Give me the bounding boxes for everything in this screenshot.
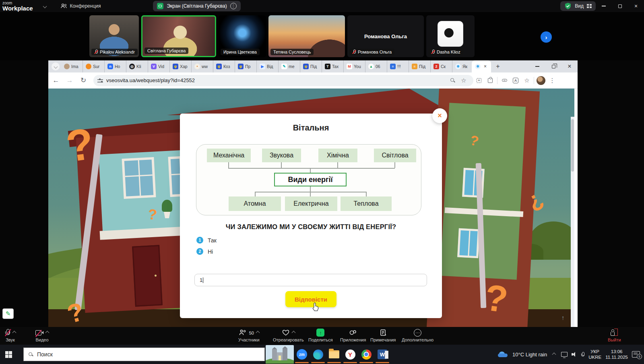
taskbar-app-yandex[interactable]: Y [342,345,358,364]
quiz-option[interactable]: 2 Ні [196,248,213,255]
browser-menu-icon[interactable]: ⋮ [547,75,558,86]
browser-close-button[interactable]: × [561,60,578,72]
language-indicator[interactable]: УКР UKRE [588,349,601,360]
modal-close-button[interactable]: × [432,108,447,123]
weather-text[interactable]: 10°C Light rain [512,352,547,358]
question-modal: × Вітальня МеханічнаЗвуковаХімічнаСвітло… [180,114,442,318]
answer-input[interactable]: 1 [194,274,427,286]
react-button[interactable]: Отреагировать [273,329,304,342]
participant-tile[interactable]: Ирина Цветкова [219,15,266,57]
audio-button[interactable]: Звук [5,329,16,342]
browser-tab[interactable]: ▶ Від [257,60,279,72]
tray-expand-icon[interactable] [552,352,556,356]
extensions-icon[interactable] [485,75,496,86]
next-participants-button[interactable]: › [541,31,552,43]
apps-button[interactable]: Приложения [340,329,366,342]
taskbar-app-file-explorer[interactable] [326,345,342,364]
audio-chevron-icon[interactable] [12,331,17,335]
view-button[interactable]: Вид [560,1,596,11]
notes-button[interactable]: Примечания [370,329,396,342]
browser-tab-active[interactable]: ❄ × [472,60,491,72]
browser-tab[interactable]: ▲ 06 [365,60,387,72]
apps-icon [349,329,357,336]
browser-tab[interactable]: Ima [61,60,83,72]
diagram-center-box: Види енергії [274,173,347,186]
participant-tile[interactable]: Dasha Klioz [426,15,475,57]
share-button[interactable]: ↑ Поделиться [308,329,333,342]
video-chevron-icon[interactable] [45,331,50,335]
participants-button[interactable]: 50 Участники [238,329,260,342]
zoom-close-button[interactable]: × [628,0,644,12]
volume-icon[interactable] [572,352,577,357]
forward-button[interactable]: → [64,74,76,87]
profile-avatar[interactable] [535,75,547,86]
more-button[interactable]: ··· Дополнительно [402,329,433,342]
weather-icon[interactable] [498,351,508,358]
browser-tab[interactable]: ψ Хар [170,60,192,72]
page-scrollbar[interactable] [571,117,574,346]
browser-tab[interactable]: • ww [192,60,213,72]
screenshot-capture-icon[interactable]: + [473,75,485,86]
new-tab-button[interactable]: + [493,61,503,72]
participant-tile[interactable]: Світлана Губарєва [141,15,216,57]
browser-tab[interactable]: ❄ Як [452,60,472,72]
browser-restore-button[interactable] [545,60,561,72]
browser-tab[interactable]: ψ Коз [213,60,235,72]
browser-tab[interactable]: Sur [83,60,105,72]
participants-chevron-icon[interactable] [256,331,260,335]
leave-button[interactable]: Выйти [608,329,621,342]
network-icon[interactable] [561,352,568,357]
quiz-option[interactable]: 1 Так [196,237,217,244]
browser-tab[interactable]: n Ho [105,60,126,72]
tab-close-icon[interactable]: × [484,64,487,69]
participant-tile[interactable]: Романова Ольга Романова Ольга [347,15,424,57]
taskbar-app-edge[interactable] [310,345,326,364]
participant-tile[interactable]: Тетяна Сусловець [268,15,345,57]
notification-center-icon[interactable]: 5 [632,351,640,358]
taskbar-app-chrome[interactable] [358,345,374,364]
taskbar-search[interactable]: Поиск [23,347,265,361]
taskbar-app-zoom[interactable]: zm [294,345,310,364]
start-button[interactable] [5,351,12,358]
browser-tab[interactable]: M You [344,60,365,72]
video-button[interactable]: Видео [35,329,49,342]
copy-link-icon[interactable] [499,75,510,86]
tab-options-icon[interactable]: ⋮ [230,3,237,9]
browser-tab[interactable]: ✎ me [279,60,300,72]
tab-meeting[interactable]: Конференция [61,3,101,9]
zoom-page-icon[interactable] [450,78,455,83]
widgets-button[interactable] [266,345,294,364]
bookmark-star-icon[interactable]: ☆ [458,75,469,86]
scroll-top-arrow[interactable]: ↑ [561,314,565,321]
taskbar-app-word[interactable]: W [374,345,390,364]
browser-minimize-button[interactable] [529,60,545,72]
tab-search-chevron[interactable] [52,62,60,70]
browser-tab[interactable]: ≡ !!! [387,60,409,72]
participant-tile[interactable]: Pikalov Aleksandr [89,15,139,57]
tray-mic-icon[interactable] [581,352,584,357]
annotate-pencil-button[interactable]: ✎ [2,308,14,319]
diagram-box: Атомна [229,196,281,211]
browser-tab[interactable]: ≡ Під [409,60,431,72]
browser-tab[interactable]: 2 Ск [431,60,452,72]
browser-tab[interactable]: ◎ Kli [126,60,148,72]
browser-tab[interactable]: T Tax [322,60,344,72]
translate-icon[interactable]: A [510,75,521,86]
notes-icon [380,329,387,336]
browser-tab[interactable]: ψ Під [300,60,322,72]
zoom-minimize-button[interactable] [596,0,612,12]
bookmark-badge-icon[interactable]: ☆ [521,75,533,86]
zoom-maximize-button[interactable] [612,0,628,12]
browser-tab[interactable]: ψ Пр [235,60,257,72]
browser-tab[interactable]: V Vid [148,60,170,72]
back-button[interactable]: ← [50,74,62,87]
reload-button[interactable]: ↻ [77,74,89,87]
react-chevron-icon[interactable] [291,331,295,335]
tab-shared-screen[interactable]: Экран (Світлана Губарєва) ⋮ [153,1,240,11]
scrollbar-thumb[interactable] [571,119,574,172]
diagram-box: Світлова [374,149,416,162]
chevron-down-icon[interactable] [43,4,47,8]
clock[interactable]: 13:06 11.11.2025 [605,349,628,360]
address-bar[interactable]: vseosvita.ua/webquest/play?id=42552 ☆ [93,75,473,86]
site-info-icon[interactable] [97,79,103,83]
